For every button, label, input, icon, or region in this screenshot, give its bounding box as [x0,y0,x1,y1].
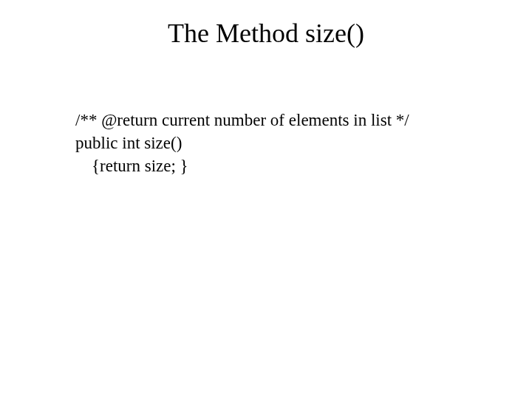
slide: The Method size() /** @return current nu… [0,0,532,399]
slide-title: The Method size() [0,0,532,49]
code-line-2: public int size() [75,132,409,154]
code-line-1: /** @return current number of elements i… [75,109,409,132]
code-block: /** @return current number of elements i… [75,109,409,177]
code-line-3: {return size; } [75,154,409,177]
